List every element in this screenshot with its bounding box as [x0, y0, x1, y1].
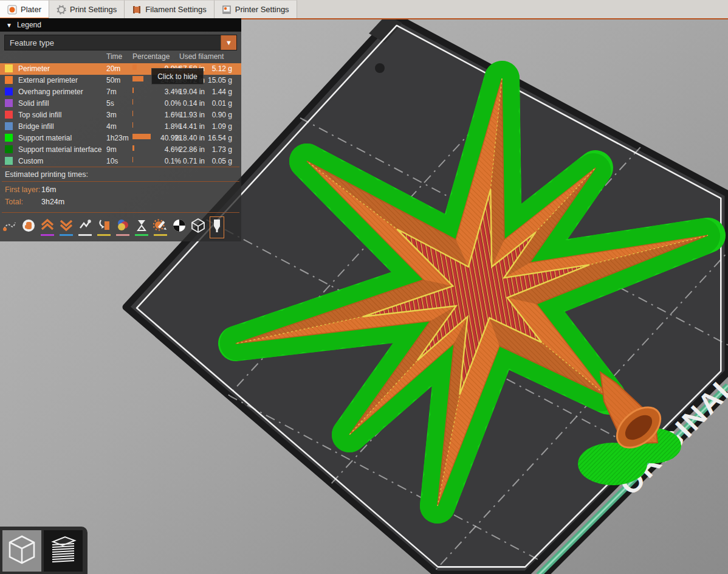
view-mode-switcher — [0, 527, 88, 574]
color-changes-icon[interactable] — [115, 216, 130, 238]
printer-icon — [222, 5, 232, 15]
legend-toggle-toolbar — [2, 216, 224, 240]
feature-time: 5s — [106, 99, 114, 108]
chevron-down-icon: ▼ — [225, 39, 232, 46]
feature-used-grams: 15.05 g — [205, 76, 232, 85]
feature-label: Custom — [18, 157, 43, 165]
feature-label: External perimeter — [18, 76, 78, 85]
feature-row[interactable]: Custom 10s 0.1% 0.71 in 0.05 g — [0, 156, 241, 167]
deretractions-icon[interactable] — [59, 216, 74, 238]
feature-used-grams: 1.44 g — [205, 88, 232, 96]
retractions-icon[interactable] — [40, 216, 55, 238]
pause-prints-icon[interactable] — [134, 216, 149, 238]
plater-icon — [7, 5, 17, 15]
feature-row[interactable]: Support material 1h23m 40.9% 218.40 in 1… — [0, 133, 241, 144]
separator — [2, 212, 239, 213]
first-layer-time: First layer: 16m — [5, 185, 236, 194]
feature-used-grams: 0.01 g — [205, 99, 232, 108]
percentage-bar — [132, 145, 134, 151]
feature-row[interactable]: Perimeter 20m 9.9% 67.58 in 5.12 g — [0, 63, 241, 75]
percentage-bar — [132, 122, 133, 128]
feature-label: Top solid infill — [18, 111, 61, 119]
wipe-icon[interactable] — [21, 216, 36, 238]
feature-row[interactable]: Top solid infill 3m 1.6% 11.93 in 0.90 g — [0, 109, 241, 121]
legend-panel: ▼ Legend Feature type ▼ Time Percentage … — [0, 18, 241, 241]
feature-color-swatch — [5, 122, 13, 130]
feature-time: 7m — [106, 88, 117, 96]
feature-color-swatch — [5, 88, 13, 95]
feature-used-grams: 0.05 g — [205, 157, 232, 165]
feature-rows: Perimeter 20m 9.9% 67.58 in 5.12 g Exter… — [0, 63, 241, 167]
feature-color-swatch — [5, 134, 13, 142]
prusaslicer-window: ORIGINAL — [0, 0, 728, 574]
first-layer-label: First layer: — [5, 185, 40, 194]
tooltip-text: Click to hide — [157, 72, 197, 81]
feature-used-grams: 16.54 g — [205, 134, 232, 142]
feature-time: 20m — [106, 64, 120, 73]
tool-changes-icon[interactable] — [97, 216, 111, 238]
first-layer-value: 16m — [41, 185, 56, 194]
feature-row[interactable]: External perimeter 50m 24.4% 198.72 in 1… — [0, 75, 241, 86]
column-time: Time — [106, 52, 122, 61]
shells-icon[interactable] — [191, 216, 205, 238]
dropdown-arrow-button[interactable]: ▼ — [221, 35, 236, 50]
tooltip: Click to hide — [151, 68, 204, 85]
feature-time: 4m — [106, 122, 117, 131]
tab-label: Filament Settings — [145, 5, 206, 14]
feature-label: Perimeter — [18, 64, 50, 73]
estimated-times-title: Estimated printing times: — [5, 170, 88, 179]
tab-filament-settings[interactable]: Filament Settings — [125, 0, 214, 18]
center-of-gravity-icon[interactable] — [172, 216, 187, 238]
total-time: Total: 3h24m — [5, 198, 236, 206]
feature-row[interactable]: Overhang perimeter 7m 3.4% 19.04 in 1.44… — [0, 86, 241, 98]
custom-gcodes-icon[interactable] — [153, 216, 168, 238]
feature-row[interactable]: Support material interface 9m 4.6% 22.86… — [0, 144, 241, 156]
seams-icon[interactable] — [78, 216, 92, 238]
feature-used-inches: 14.41 in — [170, 122, 205, 131]
3d-view-button[interactable] — [2, 530, 41, 572]
feature-label: Support material interface — [18, 145, 101, 154]
feature-row[interactable]: Bridge infill 4m 1.8% 14.41 in 1.09 g — [0, 121, 241, 133]
feature-used-inches: 218.40 in — [170, 134, 205, 142]
collapse-triangle-icon: ▼ — [6, 22, 12, 29]
feature-used-grams: 1.09 g — [205, 122, 232, 131]
layers-stack-icon — [47, 533, 80, 569]
feature-used-inches: 0.14 in — [170, 99, 205, 108]
gear-icon — [57, 5, 66, 15]
feature-color-swatch — [5, 157, 13, 165]
percentage-bar — [132, 64, 137, 70]
tab-label: Plater — [21, 5, 41, 14]
tab-print-settings[interactable]: Print Settings — [49, 0, 125, 18]
feature-label: Solid infill — [18, 99, 49, 108]
feature-color-swatch — [5, 64, 13, 72]
feature-color-swatch — [5, 111, 13, 119]
filament-spool-icon — [132, 5, 142, 15]
view-type-dropdown[interactable]: Feature type ▼ — [4, 35, 237, 50]
layers-view-button[interactable] — [44, 530, 83, 572]
feature-row[interactable]: Solid infill 5s 0.0% 0.14 in 0.01 g — [0, 98, 241, 109]
feature-color-swatch — [5, 99, 13, 107]
separator — [2, 167, 239, 167]
legend-header[interactable]: ▼ Legend — [0, 18, 241, 32]
percentage-bar — [132, 76, 143, 81]
tab-plater[interactable]: Plater — [0, 0, 49, 18]
feature-used-grams: 5.12 g — [205, 64, 232, 73]
travels-icon[interactable] — [2, 216, 17, 238]
feature-label: Overhang perimeter — [18, 88, 83, 96]
feature-time: 50m — [106, 76, 120, 85]
feature-color-swatch — [5, 76, 13, 84]
feature-used-grams: 0.90 g — [205, 111, 232, 119]
tool-marker-icon[interactable] — [210, 216, 224, 238]
feature-time: 3m — [106, 111, 117, 119]
feature-time: 10s — [106, 157, 118, 165]
feature-time: 9m — [106, 145, 117, 154]
tab-printer-settings[interactable]: Printer Settings — [215, 0, 297, 18]
percentage-bar — [132, 111, 133, 116]
feature-label: Support material — [18, 134, 72, 142]
total-label: Total: — [5, 198, 23, 206]
cube-3d-icon — [6, 534, 38, 568]
feature-used-grams: 1.73 g — [205, 145, 232, 154]
feature-used-inches: 22.86 in — [170, 145, 205, 154]
feature-used-inches: 0.71 in — [170, 157, 205, 165]
feature-color-swatch — [5, 145, 13, 153]
